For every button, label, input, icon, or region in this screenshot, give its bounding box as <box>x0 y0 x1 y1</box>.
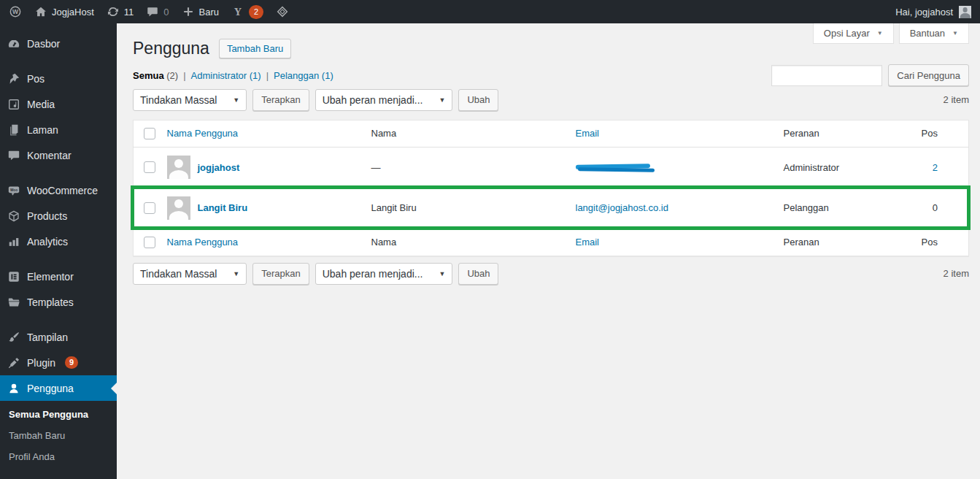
filter-administrator[interactable]: Administrator (1) <box>191 70 261 81</box>
sidebar-item-analytics[interactable]: Analytics <box>0 229 117 254</box>
sort-username-header[interactable]: Nama Pengguna <box>167 128 239 139</box>
comments-link[interactable]: 0 <box>146 5 169 18</box>
bulk-action-value: Tindakan Massal <box>140 268 217 280</box>
plugin-update-badge: 9 <box>65 356 78 369</box>
comment-count: 0 <box>163 7 169 18</box>
chevron-down-icon: ▼ <box>233 270 239 277</box>
role-cell: Pelanggan <box>776 188 905 229</box>
username-link[interactable]: jogjahost <box>198 162 240 173</box>
redacted-email-scribble <box>576 163 655 173</box>
sidebar-item-products[interactable]: Products <box>0 203 117 229</box>
new-content-link[interactable]: Baru <box>182 5 219 18</box>
chevron-down-icon: ▼ <box>952 30 958 37</box>
submenu-your-profile[interactable]: Profil Anda <box>0 446 117 467</box>
select-all-checkbox[interactable] <box>144 128 155 139</box>
sidebar-label: Media <box>27 99 55 110</box>
svg-text:W: W <box>12 8 19 15</box>
posts-count-link[interactable]: 2 <box>933 162 938 173</box>
sidebar-item-templates[interactable]: Templates <box>0 289 117 315</box>
bottom-bulk-actions-bar: Tindakan Massal ▼ Terapkan Ubah peran me… <box>133 263 969 285</box>
item-count: 2 item <box>944 94 969 105</box>
row-checkbox[interactable] <box>144 161 155 173</box>
media-icon <box>7 97 20 111</box>
user-row-langit-biru: Langit Biru Langit Biru langit@jogjahost… <box>134 188 969 229</box>
apply-button[interactable]: Terapkan <box>252 89 309 111</box>
sidebar-item-woocommerce[interactable]: Woo WooCommerce <box>0 177 117 203</box>
sidebar-label: Analytics <box>27 236 68 248</box>
sidebar-item-dashboard[interactable]: Dasbor <box>0 31 117 56</box>
sidebar-item-posts[interactable]: Pos <box>0 66 117 91</box>
user-avatar <box>959 6 971 18</box>
users-icon <box>7 381 20 395</box>
wordpress-admin: W JogjaHost 11 0 <box>0 0 980 479</box>
sidebar-item-media[interactable]: Media <box>0 91 117 117</box>
help-toggle[interactable]: Bantuan ▼ <box>899 23 969 44</box>
dashboard-icon <box>7 37 20 50</box>
sidebar-item-users[interactable]: Pengguna <box>0 375 117 401</box>
separator: | <box>183 70 185 81</box>
sidebar-label: Pengguna <box>27 383 74 394</box>
apply-button[interactable]: Terapkan <box>252 263 309 285</box>
account-menu[interactable]: Hai, jogjahost <box>895 6 971 18</box>
row-checkbox[interactable] <box>144 202 155 214</box>
comments-icon <box>7 148 20 162</box>
separator: | <box>266 70 269 81</box>
greeting-text: Hai, jogjahost <box>895 7 953 18</box>
site-link[interactable]: JogjaHost <box>34 5 94 18</box>
change-role-button[interactable]: Ubah <box>458 263 498 285</box>
change-role-select[interactable]: Ubah peran menjadi... ▼ <box>315 89 453 111</box>
home-icon <box>34 5 47 18</box>
avatar <box>167 196 190 220</box>
change-role-button[interactable]: Ubah <box>458 89 498 111</box>
table-footer-row: Nama Pengguna Nama Email Peranan Pos <box>134 229 969 256</box>
filter-all[interactable]: Semua <box>133 70 164 81</box>
sidebar-label: Templates <box>27 296 74 308</box>
yoast-seo-menu[interactable]: Y 2 <box>231 5 263 19</box>
change-role-value: Ubah peran menjadi... <box>323 268 423 280</box>
sidebar-item-plugins[interactable]: Plugin 9 <box>0 350 117 375</box>
pushpin-icon <box>7 72 20 85</box>
search-users-button[interactable]: Cari Pengguna <box>888 64 969 86</box>
sidebar-item-pages[interactable]: Laman <box>0 117 117 142</box>
table-header-row: Nama Pengguna Nama Email Peranan Pos <box>134 120 969 147</box>
sidebar-item-elementor[interactable]: Elementor <box>0 264 117 289</box>
admin-sidebar: Dasbor Pos Media Laman Komentar <box>0 23 117 479</box>
plugin-shortcut-menu[interactable] <box>276 5 289 18</box>
email-link[interactable]: langit@jogjahost.co.id <box>576 202 668 213</box>
wordpress-menu[interactable]: W <box>9 5 22 18</box>
sidebar-item-comments[interactable]: Komentar <box>0 142 117 168</box>
comment-bubble-icon <box>146 5 159 18</box>
top-bulk-actions-bar: Tindakan Massal ▼ Terapkan Ubah peran me… <box>133 89 969 111</box>
updates-link[interactable]: 11 <box>107 5 134 18</box>
sidebar-label: WooCommerce <box>27 185 98 196</box>
item-count: 2 item <box>944 268 969 279</box>
bulk-action-select[interactable]: Tindakan Massal ▼ <box>133 263 247 285</box>
filter-customer[interactable]: Pelanggan (1) <box>274 70 333 81</box>
wordpress-logo-icon: W <box>9 5 22 18</box>
select-all-checkbox[interactable] <box>144 237 155 248</box>
sidebar-label: Plugin <box>27 357 55 369</box>
role-header: Peranan <box>776 229 905 256</box>
elementor-icon <box>7 269 20 283</box>
posts-header: Pos <box>905 229 969 256</box>
submenu-all-users[interactable]: Semua Pengguna <box>0 404 117 425</box>
sort-email-header[interactable]: Email <box>576 237 600 248</box>
sidebar-label: Laman <box>27 124 58 136</box>
new-label: Baru <box>199 7 219 18</box>
sort-email-header[interactable]: Email <box>576 128 600 139</box>
name-header: Nama <box>364 229 568 256</box>
username-link[interactable]: Langit Biru <box>198 202 248 213</box>
screen-options-toggle[interactable]: Opsi Layar ▼ <box>813 23 894 44</box>
change-role-select[interactable]: Ubah peran menjadi... ▼ <box>315 263 453 285</box>
sort-username-header[interactable]: Nama Pengguna <box>167 237 239 248</box>
submenu-add-new[interactable]: Tambah Baru <box>0 425 117 446</box>
products-box-icon <box>7 209 20 223</box>
users-table: Nama Pengguna Nama Email Peranan Pos j <box>133 120 969 256</box>
bulk-action-select[interactable]: Tindakan Massal ▼ <box>133 89 247 111</box>
chevron-down-icon: ▼ <box>439 96 445 104</box>
search-users-input[interactable] <box>771 65 882 86</box>
sidebar-item-appearance[interactable]: Tampilan <box>0 324 117 350</box>
sidebar-label: Elementor <box>27 271 74 283</box>
role-header: Peranan <box>776 120 905 147</box>
add-new-user-button[interactable]: Tambah Baru <box>219 39 291 58</box>
